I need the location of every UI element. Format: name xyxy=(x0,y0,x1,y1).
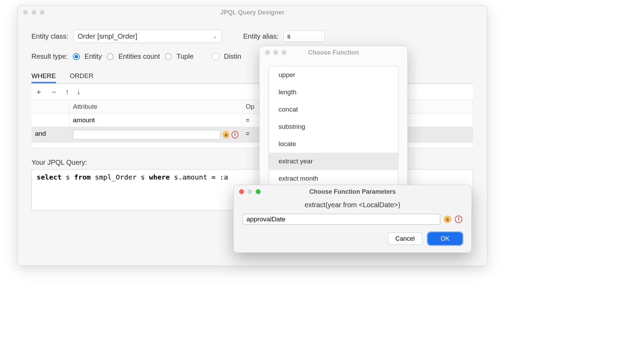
join-cell: and xyxy=(31,127,69,142)
tab-where[interactable]: WHERE xyxy=(31,70,56,83)
attribute-cell[interactable]: amount xyxy=(69,114,242,127)
move-up-icon[interactable]: ↑ xyxy=(65,87,69,96)
tab-order[interactable]: ORDER xyxy=(70,70,94,83)
choose-function-parameters-dialog: Choose Function Parameters extract(year … xyxy=(233,185,472,253)
chevron-down-icon: ⌄ xyxy=(213,33,217,39)
list-item[interactable]: extract month xyxy=(269,170,398,187)
radio-tuple-label: Tuple xyxy=(177,52,194,60)
zoom-icon[interactable] xyxy=(256,189,261,194)
radio-entities-count[interactable] xyxy=(107,53,114,60)
function-picker-icon[interactable]: f xyxy=(455,215,462,223)
function-signature: extract(year from <LocalDate>) xyxy=(243,201,462,209)
add-row-icon[interactable]: ＋ xyxy=(35,87,43,97)
minimize-icon[interactable] xyxy=(31,10,36,15)
param-titlebar: Choose Function Parameters xyxy=(234,185,471,198)
minimize-icon[interactable] xyxy=(247,189,252,194)
list-item[interactable]: length xyxy=(269,84,398,101)
join-cell xyxy=(31,114,69,127)
function-list[interactable]: upper length concat substring locate ext… xyxy=(269,66,398,187)
zoom-icon[interactable] xyxy=(282,50,286,55)
choose-function-window: Choose Function upper length concat subs… xyxy=(259,46,408,195)
attribute-picker-icon[interactable]: a xyxy=(444,215,451,223)
close-icon[interactable] xyxy=(239,189,244,194)
list-item[interactable]: concat xyxy=(269,101,398,118)
param-dialog-title: Choose Function Parameters xyxy=(234,188,471,195)
distinct-checkbox[interactable] xyxy=(212,53,219,60)
attribute-picker-icon[interactable]: a xyxy=(223,131,229,138)
move-down-icon[interactable]: ↓ xyxy=(77,87,81,96)
attribute-cell[interactable]: a f xyxy=(69,127,242,142)
entity-alias-input[interactable] xyxy=(283,30,325,42)
radio-entities-count-label: Entities count xyxy=(119,52,160,60)
list-item[interactable]: upper xyxy=(269,66,398,84)
entity-alias-label: Entity alias: xyxy=(243,32,279,40)
ok-button[interactable]: OK xyxy=(428,232,462,245)
radio-entity[interactable] xyxy=(73,53,80,60)
entity-class-label: Entity class: xyxy=(31,32,68,40)
close-icon[interactable] xyxy=(23,10,28,15)
minimize-icon[interactable] xyxy=(273,50,278,55)
radio-tuple[interactable] xyxy=(165,53,172,60)
cancel-button[interactable]: Cancel xyxy=(388,232,422,245)
col-join-header xyxy=(31,100,69,113)
zoom-icon[interactable] xyxy=(40,10,45,15)
entity-class-select[interactable]: Order [smpl_Order] ⌄ xyxy=(73,30,222,43)
col-attribute-header: Attribute xyxy=(69,100,242,113)
entity-class-value: Order [smpl_Order] xyxy=(78,32,137,40)
distinct-label: Distin xyxy=(224,52,241,60)
list-item[interactable]: substring xyxy=(269,118,398,135)
result-type-label: Result type: xyxy=(31,52,68,60)
radio-entity-label: Entity xyxy=(85,52,102,60)
list-item[interactable]: extract year xyxy=(269,153,398,170)
window-title: JPQL Query Designer xyxy=(18,9,487,16)
parameter-input[interactable] xyxy=(243,214,440,225)
function-picker-icon[interactable]: f xyxy=(232,131,238,138)
remove-row-icon[interactable]: － xyxy=(50,87,58,97)
attribute-input[interactable] xyxy=(73,130,220,140)
func-titlebar: Choose Function xyxy=(260,46,407,59)
list-item[interactable]: locate xyxy=(269,135,398,153)
close-icon[interactable] xyxy=(265,50,270,55)
main-titlebar: JPQL Query Designer xyxy=(18,6,487,19)
